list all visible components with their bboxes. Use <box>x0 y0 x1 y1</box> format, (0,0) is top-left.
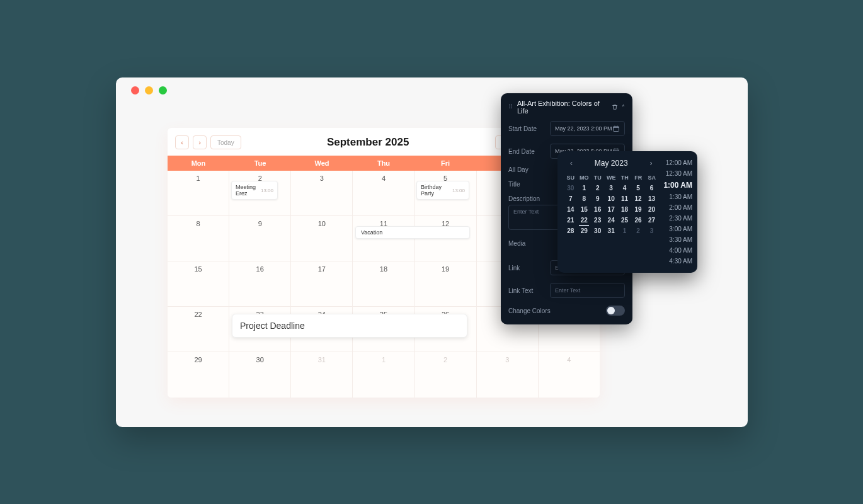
dp-day[interactable]: 1 <box>618 226 631 236</box>
event-birthday[interactable]: Birthday Party 13:00 <box>416 181 469 200</box>
dp-day[interactable]: 11 <box>618 193 631 204</box>
dp-day[interactable]: 23 <box>591 215 604 226</box>
dp-day[interactable]: 7 <box>564 193 577 204</box>
datepicker-title: May 2023 <box>595 159 628 168</box>
label-description: Description <box>508 195 550 202</box>
dp-time-option[interactable]: 2:30 AM <box>663 214 692 222</box>
weekday-cell: Fri <box>414 156 476 171</box>
event-meeting[interactable]: Meeting Erez 13:00 <box>231 181 278 200</box>
dp-day[interactable]: 27 <box>645 215 658 226</box>
event-time: 13:00 <box>261 188 273 193</box>
calendar-cell[interactable]: 22 <box>168 307 229 352</box>
event-project-deadline[interactable]: Project Deadline <box>232 314 467 338</box>
day-number: 8 <box>171 220 225 227</box>
dp-day[interactable]: 2 <box>631 226 644 236</box>
event-label: Birthday Party <box>421 184 452 197</box>
calendar-cell[interactable]: 1 <box>168 171 229 215</box>
label-end-date: End Date <box>508 148 550 155</box>
linktext-input[interactable]: Enter Text <box>550 283 625 298</box>
calendar-cell[interactable]: 4 <box>353 171 414 215</box>
chevron-right-icon: › <box>198 139 201 146</box>
dp-time-option[interactable]: 4:30 AM <box>663 257 692 265</box>
calendar-cell[interactable]: 18 <box>353 261 414 306</box>
dp-day[interactable]: 29 <box>577 226 590 236</box>
dp-time-option[interactable]: 12:30 AM <box>663 169 692 178</box>
dp-day[interactable]: 24 <box>604 215 617 226</box>
dp-day[interactable]: 3 <box>645 226 658 236</box>
dp-weekday: TH <box>618 173 631 183</box>
dp-day[interactable]: 5 <box>631 183 644 193</box>
close-dot[interactable] <box>131 86 139 94</box>
dp-day[interactable]: 6 <box>645 183 658 193</box>
label-title: Title <box>508 181 550 188</box>
calendar-cell[interactable]: 15 <box>168 261 229 306</box>
dp-time-option[interactable]: 3:00 AM <box>663 225 692 233</box>
dp-day[interactable]: 26 <box>631 215 644 226</box>
dp-time-option[interactable]: 1:00 AM <box>663 180 692 190</box>
dp-day[interactable]: 2 <box>591 183 604 193</box>
dp-day[interactable]: 30 <box>591 226 604 236</box>
dp-day[interactable]: 10 <box>604 193 617 204</box>
dp-time-option[interactable]: 3:30 AM <box>663 236 692 244</box>
dp-day[interactable]: 18 <box>618 204 631 215</box>
timepicker-list[interactable]: 12:00 AM12:30 AM1:00 AM1:30 AM2:00 AM2:3… <box>658 158 694 266</box>
dp-day[interactable]: 22 <box>577 215 590 226</box>
dp-day[interactable]: 12 <box>631 193 644 204</box>
label-change-colors: Change Colors <box>508 307 551 314</box>
calendar-cell[interactable]: 3 <box>291 171 353 215</box>
dp-time-option[interactable]: 1:30 AM <box>663 193 692 201</box>
dp-day[interactable]: 16 <box>591 204 604 215</box>
dp-time-option[interactable]: 2:00 AM <box>663 203 692 212</box>
calendar-cell[interactable]: 3 <box>477 352 539 398</box>
weekday-cell: Wed <box>291 156 353 171</box>
dp-day[interactable]: 8 <box>577 193 590 204</box>
minimize-dot[interactable] <box>145 86 153 94</box>
start-date-input[interactable]: May 22, 2023 2:00 PM <box>550 121 625 136</box>
calendar-cell[interactable]: 8 <box>168 216 229 261</box>
dp-day[interactable]: 30 <box>564 183 577 193</box>
calendar-cell[interactable]: 4 <box>539 352 600 398</box>
calendar-cell[interactable]: 1 <box>353 352 414 398</box>
dp-time-option[interactable]: 4:00 AM <box>663 246 692 255</box>
calendar-cell[interactable]: 2 <box>415 352 477 398</box>
dp-day[interactable]: 1 <box>577 183 590 193</box>
drag-handle-icon[interactable]: ⠿ <box>508 104 513 110</box>
dp-day[interactable]: 14 <box>564 204 577 215</box>
dp-day[interactable]: 9 <box>591 193 604 204</box>
dp-day[interactable]: 19 <box>631 204 644 215</box>
day-number: 17 <box>295 265 348 273</box>
calendar-cell[interactable]: 19 <box>415 261 477 306</box>
calendar-cell[interactable]: 17 <box>291 261 353 306</box>
calendar-cell[interactable]: 29 <box>168 352 229 398</box>
datepicker-prev[interactable]: ‹ <box>566 159 576 168</box>
calendar-cell[interactable]: 16 <box>229 261 291 306</box>
today-button[interactable]: Today <box>210 135 241 149</box>
colors-toggle[interactable] <box>606 306 625 316</box>
calendar-cell[interactable]: 9 <box>229 216 291 261</box>
calendar-cell[interactable]: 30 <box>229 352 291 398</box>
dp-day[interactable]: 21 <box>564 215 577 226</box>
calendar-cell[interactable]: 10 <box>291 216 353 261</box>
dp-day[interactable]: 28 <box>564 226 577 236</box>
dp-weekday: TU <box>591 173 604 183</box>
dp-time-option[interactable]: 12:00 AM <box>663 159 692 167</box>
dp-day[interactable]: 13 <box>645 193 658 204</box>
maximize-dot[interactable] <box>159 86 167 94</box>
collapse-icon[interactable]: ˄ <box>622 104 625 111</box>
prev-button[interactable]: ‹ <box>175 135 189 149</box>
event-vacation[interactable]: Vacation <box>355 226 470 239</box>
dp-day[interactable]: 25 <box>618 215 631 226</box>
calendar-cell[interactable]: 31 <box>291 352 353 398</box>
event-time: 13:00 <box>452 188 465 193</box>
datepicker-next[interactable]: › <box>646 159 656 168</box>
dp-day[interactable]: 17 <box>604 204 617 215</box>
dp-day[interactable]: 15 <box>577 204 590 215</box>
next-button[interactable]: › <box>193 135 207 149</box>
dp-day[interactable]: 4 <box>618 183 631 193</box>
dp-day[interactable]: 31 <box>604 226 617 236</box>
dp-day[interactable]: 20 <box>645 204 658 215</box>
trash-icon[interactable] <box>612 104 618 110</box>
day-number: 4 <box>542 356 596 364</box>
dp-day[interactable]: 3 <box>604 183 617 193</box>
chevron-left-icon: ‹ <box>181 139 183 146</box>
